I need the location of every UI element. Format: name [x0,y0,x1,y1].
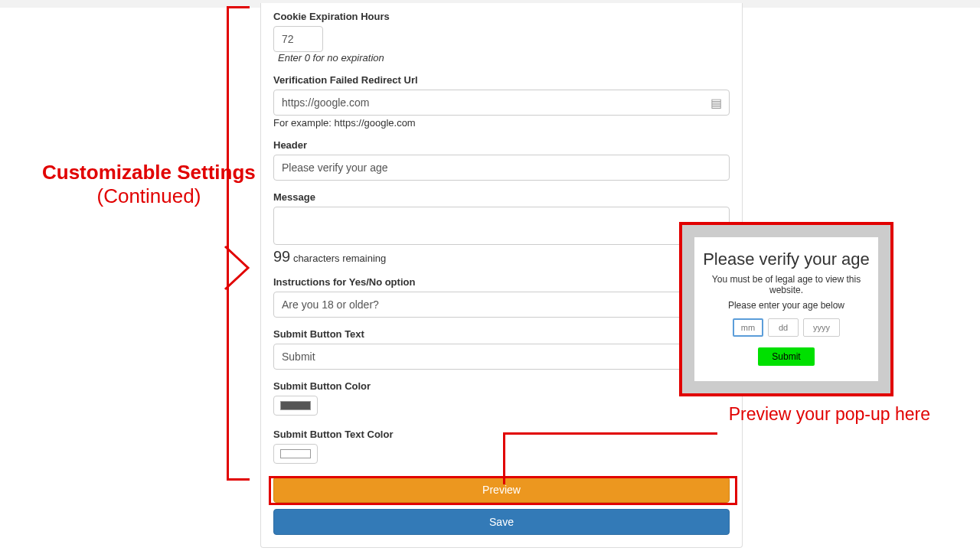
submit-text-color-picker[interactable] [273,444,318,464]
popup-title: Please verify your age [702,249,871,269]
instructions-label: Instructions for Yes/No option [273,276,730,288]
cookie-hours-label: Cookie Expiration Hours [273,11,730,22]
popup-year-input[interactable] [803,318,840,337]
popup-submit-button[interactable]: Submit [758,347,814,366]
popup-date-inputs [702,318,871,337]
popup-preview: Please verify your age You must be of le… [679,222,893,396]
submit-color-picker[interactable] [273,396,318,416]
popup-subtext: Please enter your age below [702,300,871,311]
annotation-bracket [227,6,250,481]
cookie-hours-help: Enter 0 for no expiration [278,52,730,64]
instructions-input[interactable] [273,292,730,318]
contact-card-icon: ▤ [710,96,722,110]
submit-text-label: Submit Button Text [273,328,730,340]
annotation-title: Customizable Settings [42,161,256,184]
color-swatch [280,449,311,458]
redirect-url-help: For example: https://google.com [273,117,730,129]
cookie-hours-input[interactable] [273,26,323,52]
field-redirect-url: Verification Failed Redirect Url ▤ For e… [273,74,730,129]
submit-text-input[interactable] [273,344,730,370]
annotation-pointer [216,245,253,291]
redirect-url-input[interactable] [273,90,730,116]
submit-color-label: Submit Button Color [273,380,730,392]
field-message: Message 99 characters remaining [273,191,730,266]
field-submit-color: Submit Button Color [273,380,730,418]
annotation-customizable-settings: Customizable Settings (Continued) [42,161,256,208]
message-input[interactable] [273,207,730,245]
field-header: Header [273,139,730,181]
save-button[interactable]: Save [273,509,730,535]
annotation-hook [503,432,717,484]
popup-inner: Please verify your age You must be of le… [694,237,878,381]
header-input[interactable] [273,155,730,181]
popup-day-input[interactable] [768,318,799,337]
field-instructions: Instructions for Yes/No option [273,276,730,318]
field-submit-text: Submit Button Text [273,328,730,370]
message-label: Message [273,191,730,203]
field-cookie-hours: Cookie Expiration Hours Enter 0 for no e… [273,11,730,64]
redirect-url-label: Verification Failed Redirect Url [273,74,730,86]
message-char-counter: 99 characters remaining [273,248,730,266]
popup-month-input[interactable] [733,318,763,337]
annotation-preview-text: Preview your pop-up here [729,404,930,425]
header-label: Header [273,139,730,151]
color-swatch [280,401,311,410]
annotation-continued: (Continued) [96,184,201,207]
popup-message: You must be of legal age to view this we… [702,274,871,295]
